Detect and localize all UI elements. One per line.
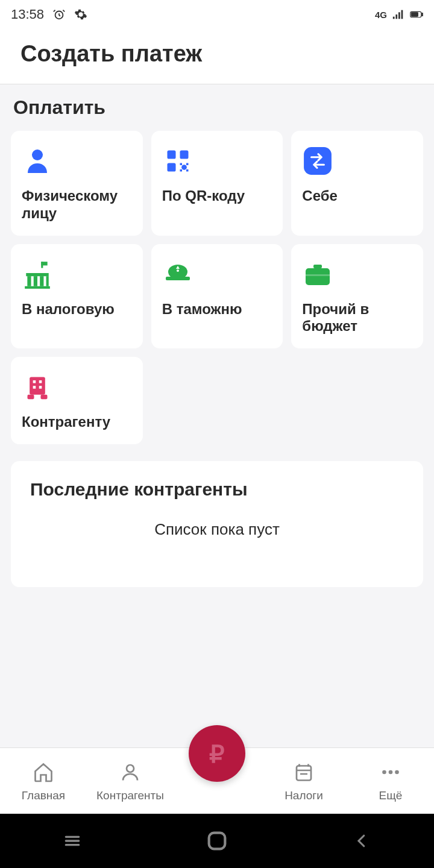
card-qr[interactable]: По QR-коду: [151, 131, 283, 236]
transfer-icon: [302, 145, 333, 177]
card-label: Прочий в бюджет: [302, 301, 412, 336]
recent-empty-text: Список пока пуст: [30, 520, 404, 539]
card-label: В налоговую: [22, 301, 132, 318]
svg-rect-4: [401, 10, 403, 19]
svg-rect-7: [411, 13, 418, 16]
status-bar: 13:58 4G: [0, 0, 434, 29]
svg-rect-13: [180, 163, 182, 166]
svg-point-8: [32, 149, 43, 160]
svg-rect-35: [39, 380, 42, 383]
svg-rect-34: [33, 380, 36, 383]
recent-title: Последние контрагенты: [30, 479, 404, 500]
header: Создать платеж: [0, 29, 434, 84]
card-individual[interactable]: Физическому лицу: [11, 131, 143, 236]
content-area: Оплатить Физическому лицу По QR-коду Себ…: [0, 84, 434, 747]
status-time: 13:58: [11, 7, 44, 22]
svg-rect-15: [180, 169, 182, 172]
contractors-nav-icon: [118, 760, 142, 784]
signal-icon: [392, 8, 405, 21]
more-icon: [379, 760, 403, 784]
card-contractor[interactable]: Контрагенту: [11, 357, 143, 444]
svg-point-41: [382, 770, 386, 774]
payment-options-grid: Физическому лицу По QR-коду Себе В налог…: [11, 131, 423, 444]
page-title: Создать платеж: [20, 41, 414, 67]
sys-back-button[interactable]: [344, 823, 380, 859]
card-label: В таможню: [162, 301, 272, 318]
section-pay-title: Оплатить: [11, 96, 423, 119]
sys-home-button[interactable]: [199, 823, 235, 859]
card-customs[interactable]: В таможню: [151, 244, 283, 349]
recent-contractors-box: Последние контрагенты Список пока пуст: [11, 461, 423, 587]
svg-rect-29: [306, 268, 330, 285]
briefcase-icon: [302, 259, 333, 290]
card-label: По QR-коду: [162, 187, 272, 205]
battery-icon: [410, 8, 423, 21]
svg-point-43: [395, 770, 399, 774]
svg-rect-28: [313, 265, 322, 268]
svg-rect-24: [25, 286, 50, 288]
nav-label: Контрагенты: [96, 789, 164, 802]
svg-rect-40: [297, 766, 311, 780]
nav-label: Налоги: [285, 789, 323, 802]
card-tax[interactable]: В налоговую: [11, 244, 143, 349]
svg-rect-6: [422, 13, 423, 16]
person-icon: [22, 145, 53, 177]
qr-icon: [162, 145, 193, 177]
fab-payment[interactable]: ₽: [189, 725, 245, 782]
home-icon: [31, 760, 55, 784]
bottom-nav: Главная Контрагенты ₽ Налоги Ещё: [0, 747, 434, 814]
nav-home[interactable]: Главная: [0, 760, 87, 802]
svg-rect-9: [167, 151, 175, 159]
nav-more[interactable]: Ещё: [347, 760, 434, 802]
svg-point-27: [177, 269, 179, 272]
svg-rect-22: [40, 276, 43, 286]
ruble-icon: ₽: [204, 740, 230, 767]
system-nav: [0, 814, 434, 868]
svg-point-38: [127, 765, 134, 772]
network-type: 4G: [375, 10, 387, 20]
nav-label: Ещё: [379, 789, 403, 802]
taxes-nav-icon: [292, 760, 316, 784]
svg-point-42: [389, 770, 393, 774]
svg-rect-14: [186, 163, 189, 166]
svg-rect-36: [33, 386, 36, 389]
nav-contractors[interactable]: Контрагенты: [87, 760, 174, 802]
customs-icon: [162, 259, 193, 290]
svg-rect-1: [393, 17, 395, 19]
card-budget[interactable]: Прочий в бюджет: [291, 244, 423, 349]
svg-rect-10: [180, 151, 188, 159]
svg-rect-33: [41, 395, 48, 399]
card-label: Себе: [302, 187, 412, 205]
svg-rect-3: [398, 12, 400, 19]
nav-taxes[interactable]: Налоги: [260, 760, 347, 802]
svg-text:₽: ₽: [209, 740, 224, 767]
svg-rect-44: [209, 833, 225, 849]
svg-rect-2: [395, 14, 397, 19]
svg-rect-26: [166, 277, 190, 280]
card-self[interactable]: Себе: [291, 131, 423, 236]
settings-gear-icon: [74, 8, 87, 21]
card-label: Контрагенту: [22, 414, 132, 431]
svg-rect-21: [34, 276, 37, 286]
svg-rect-20: [27, 276, 31, 286]
alarm-icon: [52, 8, 66, 21]
svg-rect-30: [306, 274, 330, 276]
sys-menu-button[interactable]: [54, 823, 90, 859]
government-icon: [22, 259, 53, 290]
svg-rect-23: [46, 276, 49, 286]
svg-rect-31: [30, 377, 45, 395]
building-icon: [22, 371, 53, 403]
svg-rect-11: [167, 163, 175, 172]
svg-rect-16: [186, 169, 189, 172]
card-label: Физическому лицу: [22, 187, 132, 222]
svg-rect-37: [39, 386, 42, 389]
svg-point-12: [181, 165, 187, 170]
nav-label: Главная: [22, 789, 65, 802]
svg-rect-32: [28, 395, 34, 399]
svg-rect-19: [41, 262, 47, 265]
